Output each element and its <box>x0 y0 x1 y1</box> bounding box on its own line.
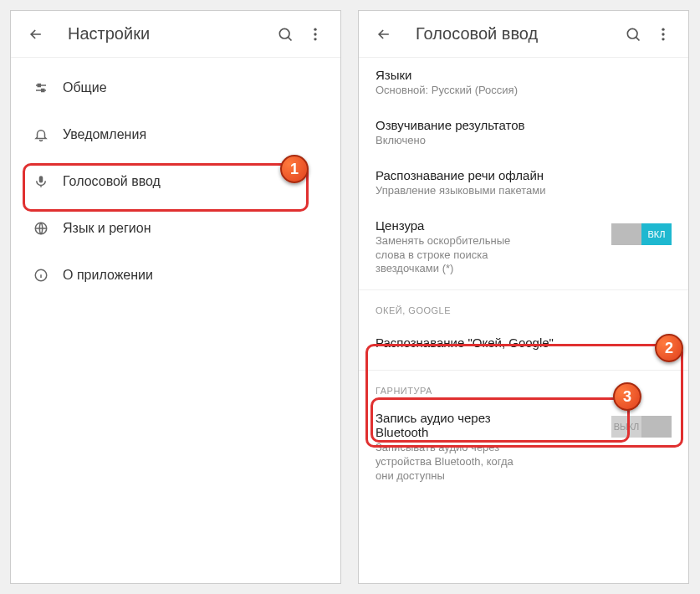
row-label: Уведомления <box>63 127 146 142</box>
page-title: Голосовой ввод <box>416 24 618 44</box>
toggle-label: ВКЛ <box>641 223 672 245</box>
row-languages[interactable]: Языки Основной: Русский (Россия) <box>359 58 688 108</box>
marker-2: 2 <box>655 334 683 362</box>
row-label: О приложении <box>63 268 153 283</box>
info-icon <box>24 268 58 283</box>
svg-point-12 <box>662 38 664 40</box>
appbar-left: Настройки <box>11 11 340 58</box>
search-icon[interactable] <box>618 19 648 49</box>
setting-title: Языки <box>376 68 663 82</box>
row-label: Общие <box>63 80 107 95</box>
setting-sub: Включено <box>376 134 663 148</box>
setting-title: Распознавание "Окей, Google" <box>376 335 663 350</box>
row-speak[interactable]: Озвучивание результатов Включено <box>359 108 688 158</box>
phone-right: Голосовой ввод Языки Основной: Русский (… <box>358 10 689 584</box>
row-about[interactable]: О приложении <box>11 252 340 299</box>
appbar-right: Голосовой ввод <box>359 11 688 58</box>
phone-left: Настройки Общие Уведомления Голосовой вв… <box>10 10 341 584</box>
setting-title: Цензура <box>376 218 534 233</box>
toggle-censor[interactable]: ВКЛ <box>611 223 672 245</box>
svg-point-3 <box>314 38 316 40</box>
svg-rect-6 <box>39 176 43 182</box>
setting-title: Озвучивание результатов <box>376 118 663 132</box>
setting-title: Запись аудио через Bluetooth <box>376 411 526 439</box>
setting-sub: Заменять оскорбительные слова в строке п… <box>376 234 534 277</box>
svg-point-1 <box>314 28 316 30</box>
svg-point-11 <box>662 33 664 35</box>
svg-point-9 <box>627 28 637 38</box>
back-icon[interactable] <box>21 19 51 49</box>
row-general[interactable]: Общие <box>11 64 340 111</box>
section-okgoogle: ОКЕЙ, GOOGLE <box>359 294 688 320</box>
setting-sub: Записывать аудио через устройства Blueto… <box>376 441 526 484</box>
sliders-icon <box>24 80 58 95</box>
row-censor[interactable]: Цензура Заменять оскорбительные слова в … <box>359 208 688 287</box>
row-bluetooth[interactable]: Запись аудио через Bluetooth Записывать … <box>359 401 688 494</box>
svg-point-10 <box>662 28 664 30</box>
setting-sub: Основной: Русский (Россия) <box>376 84 663 98</box>
svg-point-2 <box>314 33 316 35</box>
search-icon[interactable] <box>270 19 300 49</box>
bell-icon <box>24 127 58 142</box>
setting-sub: Управление языковыми пакетами <box>376 184 663 198</box>
divider <box>359 370 688 371</box>
row-language[interactable]: Язык и регион <box>11 205 340 252</box>
row-okgoogle[interactable]: Распознавание "Окей, Google" <box>359 320 688 366</box>
row-label: Язык и регион <box>63 221 151 236</box>
row-notifications[interactable]: Уведомления <box>11 111 340 158</box>
globe-icon <box>24 221 58 236</box>
svg-rect-4 <box>38 84 40 87</box>
svg-rect-5 <box>42 90 44 92</box>
mic-icon <box>24 174 58 189</box>
more-icon[interactable] <box>300 19 330 49</box>
back-icon[interactable] <box>369 19 399 49</box>
settings-body: Языки Основной: Русский (Россия) Озвучив… <box>359 58 688 494</box>
marker-1: 1 <box>280 155 309 183</box>
setting-title: Распознавание речи офлайн <box>376 168 663 182</box>
page-title: Настройки <box>68 24 270 44</box>
more-icon[interactable] <box>648 19 678 49</box>
row-label: Голосовой ввод <box>63 174 161 189</box>
marker-3: 3 <box>613 382 641 411</box>
svg-point-0 <box>279 28 289 38</box>
toggle-bluetooth[interactable]: ВЫКЛ <box>611 416 672 438</box>
divider <box>359 289 688 290</box>
row-offline[interactable]: Распознавание речи офлайн Управление язы… <box>359 158 688 208</box>
toggle-label: ВЫКЛ <box>611 416 641 438</box>
